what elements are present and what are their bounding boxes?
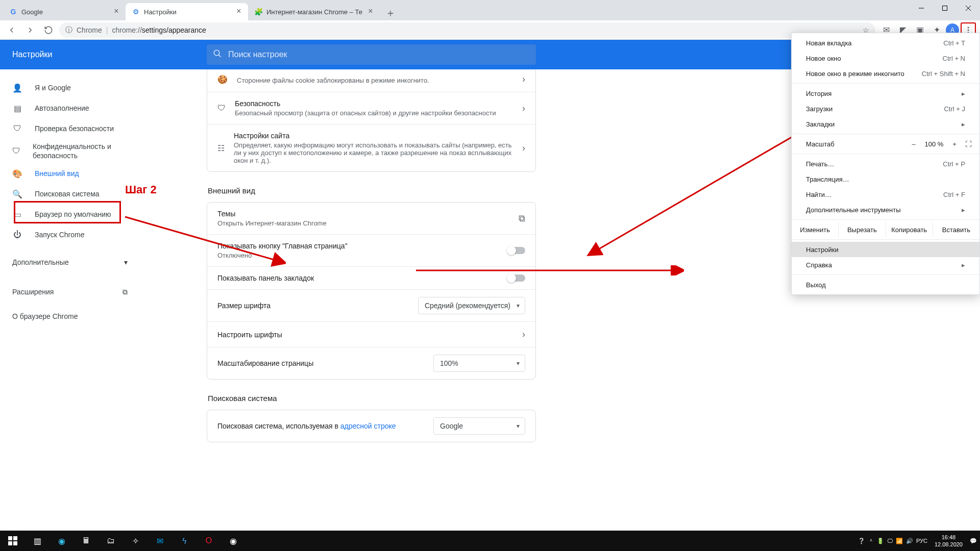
search-icon: [213, 49, 222, 60]
forward-button[interactable]: [22, 22, 38, 38]
row-subtitle: Открыть Интернет-магазин Chrome: [217, 219, 509, 227]
settings-search[interactable]: Поиск настроек: [207, 44, 536, 65]
sidebar-about-chrome[interactable]: О браузере Chrome: [0, 306, 143, 327]
sidebar-item-safety-check[interactable]: 🛡Проверка безопасности: [0, 118, 136, 139]
zoom-out-button[interactable]: –: [906, 140, 921, 148]
tray-help-icon[interactable]: ❔: [858, 538, 865, 544]
menu-downloads[interactable]: ЗагрузкиCtrl + J: [792, 101, 979, 116]
taskbar-calculator[interactable]: 🖩: [75, 531, 98, 551]
chevron-right-icon: ▸: [962, 120, 965, 128]
row-themes[interactable]: ТемыОткрыть Интернет-магазин Chrome ⧉: [207, 203, 535, 234]
close-window-button[interactable]: [957, 0, 980, 16]
chevron-right-icon: ▸: [962, 206, 965, 214]
select-page-zoom[interactable]: 100%: [433, 355, 525, 372]
taskbar-edge[interactable]: ◉: [50, 531, 74, 551]
taskbar-chrome[interactable]: ◉: [222, 531, 245, 551]
taskbar-mail[interactable]: ✉: [148, 531, 172, 551]
menu-cut[interactable]: Вырезать: [839, 222, 886, 237]
tab-title: Интернет-магазин Chrome – Те: [266, 8, 362, 16]
sidebar-item-privacy[interactable]: 🛡Конфиденциальность и безопасность: [0, 139, 136, 163]
menu-new-window[interactable]: Новое окноCtrl + N: [792, 51, 979, 66]
tab-google[interactable]: G Google ×: [3, 3, 126, 20]
menu-more-tools[interactable]: Дополнительные инструменты▸: [792, 202, 979, 217]
section-heading-appearance: Внешний вид: [208, 186, 536, 195]
menu-new-tab[interactable]: Новая вкладкаCtrl + T: [792, 35, 979, 51]
taskbar-app[interactable]: ϟ: [173, 531, 196, 551]
row-title: Поисковая система, используемая в адресн…: [217, 422, 424, 430]
external-link-icon: ⧉: [519, 213, 525, 224]
menu-shortcut: Ctrl + J: [944, 105, 965, 113]
new-tab-button[interactable]: ＋: [383, 5, 398, 20]
reload-button[interactable]: [41, 22, 56, 38]
close-icon[interactable]: ×: [366, 8, 375, 16]
sidebar-item-default-browser[interactable]: ▭Браузер по умолчанию: [0, 204, 136, 224]
menu-item-label: Найти…: [806, 191, 831, 198]
menu-item-label: Выход: [806, 281, 826, 289]
row-title: Размер шрифта: [217, 302, 409, 310]
close-icon[interactable]: ×: [112, 8, 120, 16]
maximize-button[interactable]: [933, 0, 957, 16]
tray-monitor-icon[interactable]: 🖵: [887, 538, 893, 544]
task-view-button[interactable]: ▥: [26, 531, 49, 551]
menu-zoom: Масштаб – 100 % + ⛶: [792, 136, 979, 152]
svg-rect-13: [13, 536, 17, 540]
tray-battery-icon[interactable]: 🔋: [877, 538, 884, 544]
taskbar-file-explorer[interactable]: 🗂: [99, 531, 122, 551]
tray-clock[interactable]: 16:48 12.08.2020: [930, 534, 967, 548]
zoom-in-button[interactable]: +: [947, 140, 962, 148]
close-icon[interactable]: ×: [235, 8, 243, 16]
row-cookies[interactable]: 🍪 Сторонние файлы cookie заблокированы в…: [207, 69, 535, 92]
fullscreen-button[interactable]: ⛶: [962, 140, 974, 148]
tab-strip: G Google × ⚙ Настройки × 🧩 Интернет-мага…: [0, 0, 980, 20]
taskbar-opera[interactable]: O: [197, 531, 220, 551]
menu-paste[interactable]: Вставить: [933, 222, 979, 237]
address-bar[interactable]: ⓘ Chrome | chrome://settings/appearance …: [59, 22, 875, 38]
menu-print[interactable]: Печать…Ctrl + P: [792, 156, 979, 171]
menu-history[interactable]: История▸: [792, 86, 979, 101]
tray-notifications-icon[interactable]: 💬: [970, 538, 977, 544]
back-button[interactable]: [4, 22, 19, 38]
tray-chevron-up-icon[interactable]: ＾: [868, 537, 874, 545]
url-prefix: Chrome: [77, 26, 102, 34]
menu-settings[interactable]: Настройки: [792, 242, 979, 257]
menu-help[interactable]: Справка▸: [792, 257, 979, 272]
menu-find[interactable]: Найти…Ctrl + F: [792, 187, 979, 202]
row-customize-fonts[interactable]: Настроить шрифты ›: [207, 321, 535, 347]
tray-sound-icon[interactable]: 🔊: [906, 538, 913, 544]
site-info-icon[interactable]: ⓘ: [65, 26, 72, 35]
row-site-settings[interactable]: ☷ Настройки сайтаОпределяет, какую инфор…: [207, 124, 535, 171]
sidebar-item-search-engine[interactable]: 🔍Поисковая система: [0, 184, 136, 204]
row-security[interactable]: 🛡 БезопасностьБезопасный просмотр (защит…: [207, 92, 535, 124]
chevron-down-icon: ▾: [124, 258, 128, 266]
address-bar-link[interactable]: адресной строке: [340, 422, 396, 430]
sidebar-item-autofill[interactable]: ▤Автозаполнение: [0, 98, 136, 118]
sidebar-item-appearance[interactable]: 🎨Внешний вид: [0, 163, 136, 184]
menu-copy[interactable]: Копировать: [886, 222, 933, 237]
menu-bookmarks[interactable]: Закладки▸: [792, 116, 979, 132]
menu-exit[interactable]: Выход: [792, 277, 979, 292]
menu-incognito[interactable]: Новое окно в режиме инкогнитоCtrl + Shif…: [792, 66, 979, 81]
windows-taskbar: ▥ ◉ 🖩 🗂 ✧ ✉ ϟ O ◉ ❔ ＾ 🔋 🖵 📶 🔊 РУС 16:48 …: [0, 531, 980, 551]
select-search-engine[interactable]: Google: [433, 417, 525, 435]
tray-language[interactable]: РУС: [916, 538, 927, 544]
sidebar-item-on-startup[interactable]: ⏻Запуск Chrome: [0, 224, 136, 245]
sidebar-advanced[interactable]: Дополнительные▾: [0, 252, 143, 272]
toggle-bookmarks-bar[interactable]: [508, 274, 525, 282]
menu-edit-row: Изменить Вырезать Копировать Вставить: [792, 222, 979, 237]
taskbar-dropbox[interactable]: ✧: [124, 531, 147, 551]
minimize-button[interactable]: [910, 0, 933, 16]
tab-webstore[interactable]: 🧩 Интернет-магазин Chrome – Те ×: [248, 3, 380, 20]
row-title: Настройки сайта: [234, 132, 513, 140]
menu-item-label: Трансляция…: [806, 176, 849, 183]
sidebar-item-label: Дополнительные: [12, 258, 69, 266]
select-font-size[interactable]: Средний (рекомендуется): [418, 297, 525, 314]
tab-settings[interactable]: ⚙ Настройки ×: [126, 3, 248, 20]
start-button[interactable]: [1, 531, 24, 551]
sidebar-item-you-and-google[interactable]: 👤Я и Google: [0, 78, 136, 98]
tray-wifi-icon[interactable]: 📶: [896, 538, 903, 544]
webstore-favicon: 🧩: [254, 8, 262, 16]
svg-line-8: [218, 55, 221, 57]
toggle-home-button[interactable]: [508, 247, 525, 254]
sidebar-extensions[interactable]: Расширения⧉: [0, 282, 143, 302]
menu-cast[interactable]: Трансляция…: [792, 171, 979, 187]
